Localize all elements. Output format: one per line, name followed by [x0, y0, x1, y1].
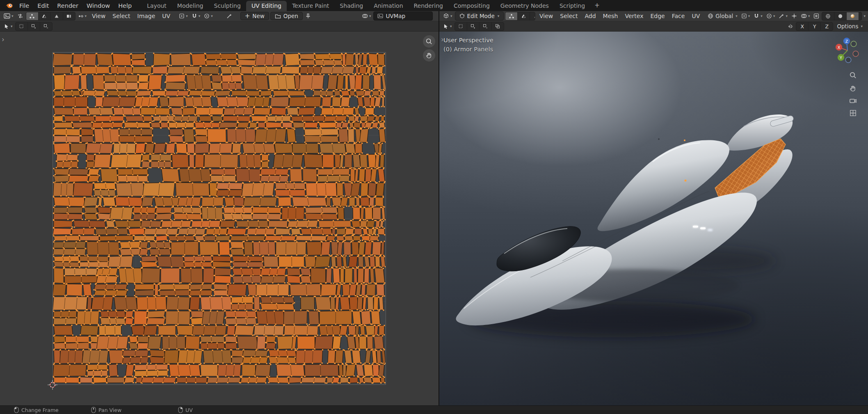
select-new-button[interactable] [455, 23, 467, 30]
pin-icon-button[interactable] [304, 12, 312, 20]
solid-shading-button[interactable] [834, 12, 847, 20]
tab-sculpting[interactable]: Sculpting [209, 1, 246, 11]
blender-logo-icon[interactable] [5, 2, 13, 9]
uv-editor-canvas-area[interactable]: › [0, 31, 439, 406]
tab-animation[interactable]: Animation [368, 1, 408, 11]
uv-menu-select[interactable]: Select [110, 13, 133, 19]
tab-geometry-nodes[interactable]: Geometry Nodes [495, 1, 554, 11]
vp-menu-edge[interactable]: Edge [647, 13, 667, 19]
uv-map-selector[interactable]: UVMap [373, 11, 433, 21]
uv-menu-image[interactable]: Image [135, 13, 158, 19]
tab-compositing[interactable]: Compositing [448, 1, 495, 11]
uv-menu-view[interactable]: View [89, 13, 108, 19]
xray-toggle[interactable] [812, 12, 820, 20]
menu-help[interactable]: Help [114, 2, 136, 9]
mouse-right-icon [178, 407, 183, 413]
vp-menu-view[interactable]: View [537, 13, 556, 19]
uv-select-edge-button[interactable] [39, 12, 51, 20]
active-tool-dropdown[interactable]: ▾ [2, 23, 14, 30]
spaceship-model[interactable] [439, 31, 868, 406]
proportional-editing-dropdown[interactable]: ▾ [203, 12, 214, 20]
chevron-down-icon: ▾ [498, 14, 500, 18]
view-navigation-gizmo[interactable]: Z X Y [834, 37, 861, 63]
pivot-point-dropdown[interactable]: ▾ [178, 12, 189, 20]
tab-uv-editing[interactable]: UV Editing [246, 1, 287, 11]
wireframe-shading-button[interactable] [822, 12, 834, 20]
tab-modeling[interactable]: Modeling [172, 1, 209, 11]
mirror-z-button[interactable]: Z [821, 23, 833, 30]
viewport-pan-button[interactable] [848, 84, 857, 93]
viewport-camera-button[interactable] [848, 96, 857, 105]
snap-wand-dropdown[interactable]: ▾ [777, 12, 789, 20]
select-extend-button[interactable] [28, 23, 40, 30]
viewport-ortho-toggle-button[interactable] [848, 108, 857, 117]
viewport-canvas-area[interactable]: User Perspective (0) Armor Panels › Z X … [439, 31, 868, 406]
edge-select-button[interactable] [518, 12, 530, 20]
hand-icon [425, 52, 433, 59]
sticky-selection-dropdown[interactable]: ▾ [77, 13, 88, 20]
mirror-x-button[interactable]: X [796, 23, 809, 30]
tab-rendering[interactable]: Rendering [409, 1, 449, 11]
options-dropdown[interactable]: Options ▾ [834, 22, 864, 30]
uv-2d-cursor[interactable] [47, 380, 58, 390]
uv-snap-to-pixel-button[interactable] [225, 12, 233, 20]
show-overlays-dropdown[interactable]: ▾ [799, 12, 811, 20]
select-subtract-button[interactable] [40, 23, 52, 30]
select-extend-button[interactable] [467, 23, 480, 30]
face-select-button[interactable] [530, 12, 535, 20]
chevron-down-icon: ▾ [761, 14, 763, 18]
editor-type-dropdown[interactable]: ▾ [2, 12, 15, 20]
uv-select-island-button[interactable] [63, 12, 75, 20]
active-tool-dropdown[interactable]: ▾ [442, 23, 453, 30]
menu-render[interactable]: Render [53, 2, 82, 9]
uv-select-face-button[interactable] [51, 12, 63, 20]
show-gizmo-toggle[interactable] [790, 12, 798, 20]
select-intersect-button[interactable] [492, 23, 504, 30]
add-workspace-button[interactable]: + [590, 0, 604, 11]
display-channels-dropdown[interactable]: ▾ [361, 12, 372, 20]
snapping-dropdown[interactable]: ▾ [752, 12, 764, 20]
mirror-axis-group: X Y Z [796, 22, 833, 31]
gizmo-x-label: X [838, 45, 841, 50]
vp-menu-vertex[interactable]: Vertex [622, 13, 646, 19]
mode-selector-dropdown[interactable]: Edit Mode ▾ [455, 11, 504, 21]
mirror-y-button[interactable]: Y [809, 23, 821, 30]
status-hint-change-frame: Change Frame [14, 406, 59, 414]
toolbar-expand-chevron[interactable]: › [2, 36, 5, 43]
uv-map-canvas[interactable] [53, 52, 386, 385]
editor-type-dropdown[interactable]: ▾ [442, 12, 454, 20]
pan-tool-button[interactable] [423, 49, 435, 62]
menu-window[interactable]: Window [82, 2, 114, 9]
menu-file[interactable]: File [15, 2, 33, 9]
pivot-point-dropdown[interactable]: ▾ [740, 12, 752, 20]
vp-menu-select[interactable]: Select [557, 13, 580, 19]
material-preview-shading-button[interactable] [847, 12, 859, 20]
open-image-button[interactable]: Open [270, 12, 303, 20]
select-new-button[interactable] [16, 23, 28, 30]
menu-edit[interactable]: Edit [33, 2, 53, 9]
toolbar-expand-chevron[interactable]: › [441, 36, 444, 43]
shading-dropdown-chevron[interactable]: ▾ [863, 14, 866, 18]
tab-texture-paint[interactable]: Texture Paint [287, 1, 334, 11]
uv-select-vertex-button[interactable] [26, 12, 39, 20]
vp-menu-uv[interactable]: UV [689, 13, 703, 19]
tab-scripting[interactable]: Scripting [554, 1, 590, 11]
vertex-select-button[interactable] [505, 12, 518, 20]
zoom-tool-button[interactable] [423, 35, 435, 48]
select-subtract-button[interactable] [480, 23, 492, 30]
tab-shading[interactable]: Shading [334, 1, 368, 11]
new-image-button[interactable]: + New [240, 12, 269, 20]
mirror-x-toggle[interactable] [786, 23, 795, 30]
tab-layout[interactable]: Layout [142, 1, 172, 11]
proportional-editing-dropdown[interactable]: ▾ [765, 12, 777, 20]
xray-icon [813, 13, 819, 19]
vp-menu-mesh[interactable]: Mesh [600, 13, 621, 19]
viewport-zoom-button[interactable] [848, 71, 857, 80]
rendered-shading-button[interactable] [859, 12, 862, 20]
uv-menu-uv[interactable]: UV [159, 13, 173, 19]
vp-menu-add[interactable]: Add [582, 13, 599, 19]
vp-menu-face[interactable]: Face [669, 13, 688, 19]
transform-orientation-dropdown[interactable]: Global ▾ [706, 12, 739, 20]
uv-sync-selection-toggle[interactable] [16, 12, 25, 20]
snapping-dropdown[interactable]: ▾ [190, 12, 202, 20]
